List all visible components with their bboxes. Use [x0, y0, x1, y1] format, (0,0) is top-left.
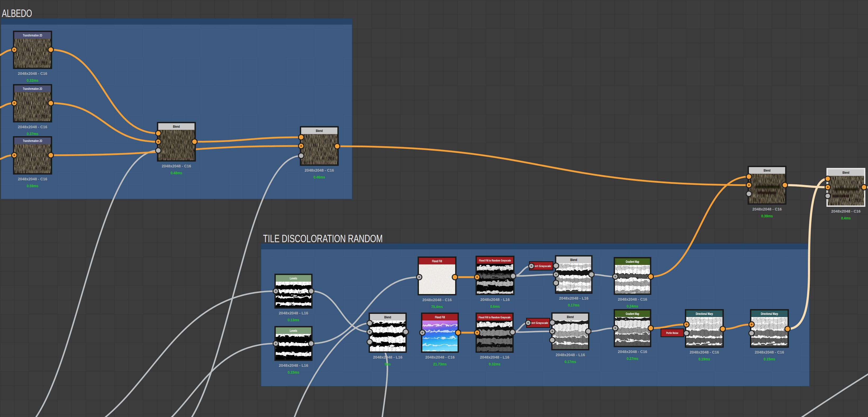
svg-text:Transformation 2D: Transformation 2D [23, 87, 42, 91]
svg-text:Blend: Blend [570, 258, 577, 262]
svg-text:2048x2048 - C16: 2048x2048 - C16 [18, 177, 48, 181]
svg-text:0.27ms: 0.27ms [627, 356, 638, 361]
svg-text:0.37ms: 0.37ms [27, 131, 38, 136]
svg-text:2048x2048 - C16: 2048x2048 - C16 [18, 71, 48, 76]
svg-text:2048x2048 - C16: 2048x2048 - C16 [162, 164, 191, 168]
svg-text:Blend: Blend [567, 315, 574, 319]
svg-text:Blend: Blend [764, 169, 771, 172]
svg-text:0.6ms: 0.6ms [490, 304, 500, 309]
svg-text:Blend: Blend [316, 129, 323, 133]
svg-text:Gradient Map: Gradient Map [626, 312, 639, 316]
svg-text:Transformation 2D: Transformation 2D [23, 34, 42, 37]
svg-text:0.39ms: 0.39ms [761, 214, 773, 218]
svg-text:2048x2048 - C16: 2048x2048 - C16 [690, 350, 719, 354]
svg-text:0.15ms: 0.15ms [288, 370, 299, 375]
svg-text:0.46ms: 0.46ms [314, 175, 325, 179]
svg-text:Blend: Blend [843, 171, 849, 175]
svg-text:2048x2048 - C16: 2048x2048 - C16 [752, 207, 782, 211]
svg-text:0.59ms: 0.59ms [27, 183, 38, 188]
svg-text:2048x2048 - C16: 2048x2048 - C16 [18, 125, 48, 129]
svg-text:0.15ms: 0.15ms [764, 357, 775, 361]
svg-text:0.19ms: 0.19ms [699, 357, 710, 361]
svg-text:Blend: Blend [384, 315, 391, 319]
svg-text:TILE DISCOLORATION RANDOM: TILE DISCOLORATION RANDOM [263, 233, 383, 244]
svg-text:Levels: Levels [290, 329, 297, 333]
svg-text:2048x2048 - L16: 2048x2048 - L16 [373, 355, 403, 359]
svg-text:Gradient Map: Gradient Map [626, 260, 639, 264]
svg-text:Directional Warp: Directional Warp [761, 312, 778, 316]
svg-text:2048x2048 - C16: 2048x2048 - C16 [618, 349, 647, 354]
svg-text:Perlin Noise: Perlin Noise [666, 331, 679, 335]
svg-text:21.73ms: 21.73ms [433, 362, 447, 366]
svg-text:2048x2048 - L16: 2048x2048 - L16 [556, 352, 585, 357]
svg-text:0.17ms: 0.17ms [564, 359, 576, 364]
svg-text:0ms: 0ms [385, 362, 391, 366]
svg-text:2048x2048 - C16: 2048x2048 - C16 [305, 168, 334, 172]
svg-text:2048x2048 - C16: 2048x2048 - C16 [618, 297, 647, 302]
svg-text:2048x2048 - C16: 2048x2048 - C16 [425, 355, 455, 359]
svg-text:Directional Warp: Directional Warp [696, 312, 713, 316]
svg-text:2048x2048 - C16: 2048x2048 - C16 [831, 209, 861, 213]
svg-text:0.32ms: 0.32ms [27, 78, 38, 82]
svg-text:75.4ms: 75.4ms [431, 304, 443, 309]
svg-text:0.13ms: 0.13ms [288, 318, 299, 322]
svg-text:2048x2048 - L16: 2048x2048 - L16 [480, 355, 509, 359]
svg-text:Flood Fill: Flood Fill [435, 315, 445, 319]
svg-text:0.17ms: 0.17ms [568, 303, 580, 307]
svg-text:ALBEDO: ALBEDO [2, 7, 32, 19]
svg-text:0.4ms: 0.4ms [841, 216, 851, 220]
svg-text:2048x2048 - L16: 2048x2048 - L16 [480, 297, 510, 302]
svg-text:Transformation 2D: Transformation 2D [23, 139, 42, 143]
svg-text:Flood Fill to Random Grayscale: Flood Fill to Random Grayscale [479, 259, 511, 262]
svg-text:0.24ms: 0.24ms [627, 304, 638, 308]
svg-text:2048x2048 - L16: 2048x2048 - L16 [279, 363, 308, 368]
svg-text:2048x2048 - C16: 2048x2048 - C16 [422, 298, 452, 302]
svg-text:0.32ms: 0.32ms [489, 362, 500, 366]
svg-text:2048x2048 - C16: 2048x2048 - C16 [755, 350, 784, 354]
svg-text:2048x2048 - L16: 2048x2048 - L16 [559, 296, 589, 301]
svg-text:Levels: Levels [290, 277, 297, 280]
svg-text:0.48ms: 0.48ms [171, 171, 182, 175]
svg-text:Flood Fill: Flood Fill [432, 259, 442, 263]
svg-text:Blend: Blend [173, 125, 180, 129]
svg-text:Flood Fill to Random Grayscale: Flood Fill to Random Grayscale [479, 316, 511, 319]
svg-text:2048x2048 - L16: 2048x2048 - L16 [279, 311, 308, 315]
